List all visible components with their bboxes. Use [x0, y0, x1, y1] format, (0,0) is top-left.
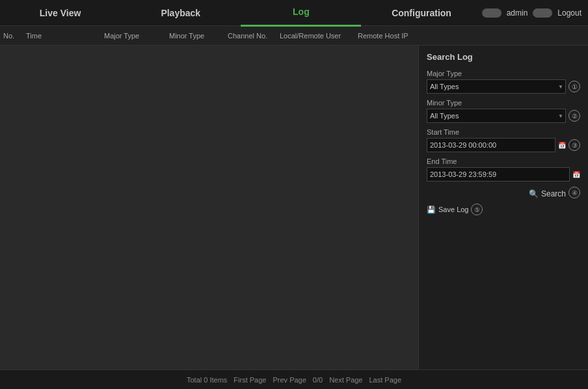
prev-page-btn[interactable]: Prev Page: [273, 376, 306, 384]
start-time-row: 📅 ③: [427, 138, 580, 152]
major-type-label: Major Type: [427, 70, 580, 77]
circle-num-5: ⑤: [471, 204, 483, 215]
start-time-field: Start Time 📅 ③: [427, 128, 580, 152]
minor-type-select[interactable]: All Types: [427, 109, 566, 123]
start-time-calendar-icon[interactable]: 📅: [558, 142, 566, 149]
first-page-btn[interactable]: First Page: [234, 376, 266, 384]
page-info: 0/0: [313, 376, 323, 384]
col-major-type: Major Type: [104, 32, 169, 40]
save-icon: 💾: [427, 206, 436, 214]
start-time-label: Start Time: [427, 128, 580, 136]
minor-type-label: Minor Type: [427, 99, 580, 107]
admin-toggle[interactable]: [482, 8, 501, 18]
end-time-field: End Time 📅: [427, 157, 580, 181]
major-type-select[interactable]: All Types: [427, 79, 566, 94]
start-time-input[interactable]: [427, 138, 555, 152]
minor-type-select-wrapper: All Types ▼: [427, 109, 566, 123]
minor-type-field: Minor Type All Types ▼ ②: [427, 99, 580, 123]
column-headers: No. Time Major Type Minor Type Channel N…: [0, 26, 588, 46]
minor-type-row: All Types ▼ ②: [427, 109, 580, 123]
main-area: Search Log Major Type All Types ▼ ① Mino…: [0, 46, 588, 369]
top-nav: Live View Playback Log Configuration adm…: [0, 0, 588, 26]
search-label: Search: [541, 189, 566, 198]
col-time: Time: [26, 32, 104, 40]
col-local-remote: Local/Remote User: [280, 32, 358, 40]
major-type-select-wrapper: All Types ▼: [427, 79, 566, 94]
search-icon: 🔍: [529, 189, 539, 198]
circle-num-3: ③: [568, 139, 580, 151]
nav-live-view[interactable]: Live View: [0, 0, 120, 26]
admin-label: admin: [507, 8, 528, 18]
major-type-row: All Types ▼ ①: [427, 79, 580, 94]
last-page-btn[interactable]: Last Page: [369, 376, 402, 384]
search-button[interactable]: 🔍 Search: [529, 189, 566, 198]
logout-label: Logout: [557, 8, 581, 18]
nav-configuration[interactable]: Configuration: [361, 0, 481, 26]
circle-num-1: ①: [568, 81, 580, 92]
bottom-bar: Total 0 Items First Page Prev Page 0/0 N…: [0, 369, 588, 389]
col-channel-no: Channel No.: [228, 32, 280, 40]
end-time-calendar-icon[interactable]: 📅: [572, 171, 580, 178]
col-minor-type: Minor Type: [169, 32, 228, 40]
right-panel: Search Log Major Type All Types ▼ ① Mino…: [419, 46, 588, 369]
save-log-button[interactable]: 💾 Save Log: [427, 206, 468, 214]
nav-playback[interactable]: Playback: [120, 0, 241, 26]
search-row: 🔍 Search ④: [427, 187, 580, 198]
col-remote-host-ip: Remote Host IP: [358, 32, 423, 40]
nav-log[interactable]: Log: [241, 0, 361, 27]
col-no: No.: [3, 32, 26, 40]
end-time-label: End Time: [427, 157, 580, 165]
circle-num-4: ④: [568, 187, 580, 198]
next-page-btn[interactable]: Next Page: [329, 376, 362, 384]
end-time-input[interactable]: [427, 167, 570, 181]
end-time-row: 📅: [427, 167, 580, 181]
logout-toggle[interactable]: [533, 8, 552, 18]
save-log-row: 💾 Save Log ⑤: [427, 204, 580, 215]
save-log-label: Save Log: [438, 206, 468, 213]
search-log-title: Search Log: [427, 52, 580, 62]
major-type-field: Major Type All Types ▼ ①: [427, 70, 580, 94]
nav-right: admin Logout: [482, 8, 588, 18]
log-content-area: [0, 46, 419, 369]
total-items: Total 0 Items: [187, 376, 227, 384]
circle-num-2: ②: [568, 110, 580, 122]
